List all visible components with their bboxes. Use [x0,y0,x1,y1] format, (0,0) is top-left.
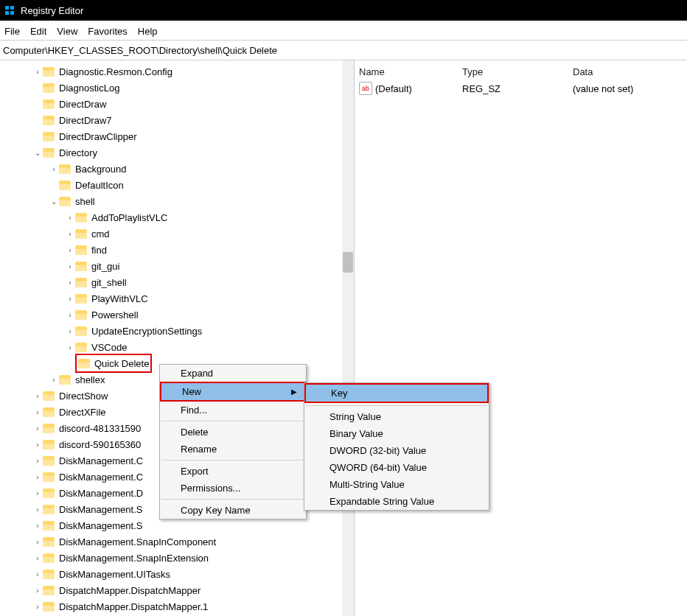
chevron-right-icon[interactable]: › [49,165,59,173]
tree-item-label: DiskManagement.C [59,455,143,466]
ctx-expand[interactable]: Expand [160,365,306,382]
col-type[interactable]: Type [462,66,573,77]
tree-item-label: Background [75,164,126,175]
folder-icon [43,537,55,547]
col-name[interactable]: Name [359,66,462,77]
tree-item[interactable]: ›git_shell [0,274,342,290]
tree-item-label: git_shell [91,277,127,288]
chevron-right-icon[interactable]: › [65,327,75,335]
ctx-copy-key-name[interactable]: Copy Key Name [160,502,306,519]
menu-view[interactable]: View [57,26,77,37]
folder-icon [75,326,87,336]
tree-item-label: shellex [75,374,105,385]
tree-item[interactable]: ›VSCode [0,339,342,355]
ctx-find[interactable]: Find... [160,402,306,419]
chevron-right-icon[interactable]: › [65,262,75,270]
chevron-right-icon[interactable]: › [32,538,43,546]
chevron-right-icon[interactable]: › [32,424,43,433]
tree-item[interactable]: DiagnosticLog [0,80,342,96]
tree-item[interactable]: ›DiskManagement.S [0,517,342,533]
tree-item[interactable]: DirectDraw [0,96,342,112]
ctx-separator [161,499,304,500]
chevron-right-icon[interactable]: › [32,603,43,611]
tree-item[interactable]: ›DispatchMapper.DispatchMapper.1 [0,598,342,615]
chevron-right-icon[interactable]: › [32,441,43,449]
tree-item[interactable]: ›DispatchMapper.DispatchMapper [0,582,342,598]
tree-item[interactable]: ›find [0,242,342,258]
chevron-right-icon[interactable]: › [32,554,43,562]
tree-item[interactable]: ›PlayWithVLC [0,290,342,307]
chevron-right-icon[interactable]: › [32,587,43,595]
tree-item[interactable]: ›Powershell [0,307,342,323]
chevron-right-icon[interactable]: › [32,570,43,578]
chevron-right-icon[interactable]: › [65,214,75,222]
ctx-delete[interactable]: Delete [160,424,306,441]
tree-item[interactable]: ›Background [0,161,342,177]
folder-icon [43,505,55,514]
tree-item[interactable]: DirectDrawClipper [0,128,342,144]
chevron-down-icon[interactable]: ⌄ [49,197,59,206]
ctx-permissions[interactable]: Permissions... [160,480,306,497]
tree-item-label: git_gui [91,261,119,272]
tree-item[interactable]: DefaultIcon [0,177,342,193]
chevron-down-icon[interactable]: ⌄ [32,149,43,157]
tree-item[interactable]: ⌄Directory [0,144,342,161]
folder-icon [43,83,55,93]
sub-string[interactable]: String Value [304,408,489,425]
tree-item[interactable]: ›Diagnostic.Resmon.Config [0,63,342,80]
chevron-right-icon[interactable]: › [32,457,43,465]
menu-file[interactable]: File [4,26,20,37]
value-row[interactable]: ab (Default) REG_SZ (value not set) [355,80,687,97]
tree-item[interactable]: ›git_gui [0,258,342,274]
tree-item-label: DirectShow [59,391,108,402]
chevron-right-icon[interactable]: › [49,376,59,384]
tree-item[interactable]: DirectDraw7 [0,112,342,128]
ctx-rename[interactable]: Rename [160,441,306,458]
tree-item[interactable]: ⌄shell [0,193,342,209]
folder-icon [43,391,55,401]
tree-item-label: DiskManagement.S [59,504,142,515]
column-headers: Name Type Data [355,63,687,80]
app-icon [3,4,16,17]
chevron-right-icon[interactable]: › [32,489,43,497]
tree-item[interactable]: ›cmd [0,225,342,242]
folder-icon [75,213,87,223]
chevron-right-icon[interactable]: › [65,311,75,319]
menu-help[interactable]: Help [138,26,158,37]
menu-favorites[interactable]: Favorites [88,26,127,37]
col-data[interactable]: Data [573,66,683,77]
sub-binary[interactable]: Binary Value [304,425,489,442]
scroll-thumb[interactable] [343,252,353,273]
tree-item-label: Quick Delete [94,358,149,369]
sub-expandable[interactable]: Expandable String Value [304,493,489,510]
tree-item[interactable]: ›DiskManagement.SnapInComponent [0,533,342,550]
chevron-right-icon[interactable]: › [65,246,75,254]
tree-item[interactable]: ›AddToPlaylistVLC [0,209,342,225]
menubar: File Edit View Favorites Help [0,22,687,41]
sub-qword[interactable]: QWORD (64-bit) Value [304,459,489,476]
sub-key[interactable]: Key [304,383,489,403]
chevron-right-icon[interactable]: › [65,343,75,351]
selected-key[interactable]: Quick Delete [75,354,152,373]
chevron-right-icon[interactable]: › [32,392,43,400]
chevron-right-icon[interactable]: › [65,295,75,303]
chevron-right-icon[interactable]: › [65,230,75,238]
tree-item[interactable]: ›DiskManagement.UITasks [0,566,342,582]
tree-item[interactable]: ›UpdateEncryptionSettings [0,323,342,339]
address-bar[interactable]: Computer\HKEY_CLASSES_ROOT\Directory\she… [0,41,687,60]
chevron-right-icon[interactable]: › [32,473,43,481]
chevron-right-icon[interactable]: › [65,279,75,287]
folder-icon [43,472,55,482]
tree-item[interactable]: ›DiskManagement.SnapInExtension [0,550,342,566]
chevron-right-icon[interactable]: › [32,522,43,530]
folder-icon [75,294,87,304]
sub-multistring[interactable]: Multi-String Value [304,476,489,493]
scrollbar[interactable] [342,60,354,616]
chevron-right-icon[interactable]: › [32,68,43,76]
chevron-right-icon[interactable]: › [32,408,43,416]
chevron-right-icon[interactable]: › [32,505,43,514]
ctx-export[interactable]: Export [160,463,306,480]
menu-edit[interactable]: Edit [30,26,46,37]
ctx-new[interactable]: New ▶ [160,382,306,402]
sub-dword[interactable]: DWORD (32-bit) Value [304,442,489,459]
